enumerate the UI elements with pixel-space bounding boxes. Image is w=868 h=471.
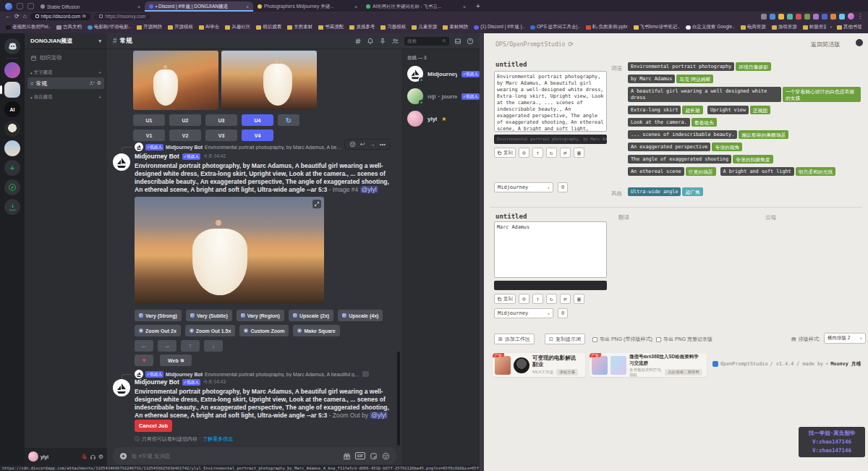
address-bar-right[interactable]: https://moonvy.com <box>94 13 150 20</box>
bookmark-item[interactable]: 电影殿/华语电影.. <box>88 24 131 30</box>
bookmark-item[interactable]: 习题模板 <box>380 24 406 30</box>
theme-toggle-icon[interactable] <box>856 39 863 46</box>
checkbox[interactable] <box>656 337 661 342</box>
bookmark-item[interactable]: 电商资源 <box>741 24 766 30</box>
prompt-tag[interactable]: The angle of exaggerated shooting夸张的拍摄角度 <box>628 155 773 164</box>
more-icon[interactable]: ••• <box>380 141 386 148</box>
prompt-textarea[interactable]: Environmental portrait photography, by M… <box>494 71 607 132</box>
back-icon[interactable]: ← <box>5 14 11 20</box>
extension-icon[interactable] <box>804 14 810 20</box>
document-title[interactable]: untitled <box>495 213 527 220</box>
count-button-2[interactable]: 0 <box>558 308 568 318</box>
generated-image-grid-right[interactable] <box>221 51 317 110</box>
close-icon[interactable]: × <box>246 4 249 9</box>
export-png-checkbox-2[interactable]: 导出 PNG 完整记录版 <box>656 336 712 343</box>
pan-arrow-button[interactable]: ↓ <box>204 340 223 352</box>
variation-button[interactable]: V2 <box>169 130 201 141</box>
invite-people-icon[interactable] <box>89 80 95 86</box>
bookmark-item[interactable]: 文图素材 <box>287 24 312 30</box>
engine-select-2[interactable]: Midjourney▾ <box>494 308 553 318</box>
promo-card-movie[interactable]: 广告 可变现的电影解说副业 MILK工作室课程分享 <box>493 353 585 377</box>
discord-home-icon[interactable] <box>4 38 20 54</box>
bookmark-item[interactable]: 素材网防 <box>443 24 468 30</box>
server-icon[interactable]: AI <box>4 101 20 117</box>
category-voice-channels[interactable]: ▾语音频道 + <box>25 89 107 102</box>
move-up-button[interactable]: ↑ <box>532 148 543 158</box>
bookmark-item[interactable]: 书装潢配 <box>318 24 344 30</box>
overflow-chevron-icon[interactable]: › <box>830 25 832 30</box>
sticker-icon[interactable] <box>370 452 378 460</box>
pinned-messages-icon[interactable] <box>379 38 386 45</box>
add-channel-icon[interactable]: + <box>98 95 101 100</box>
zoom-action-button[interactable]: Custom Zoom <box>239 325 289 336</box>
variation-button[interactable]: V4 <box>242 130 273 141</box>
expand-image-icon[interactable] <box>312 200 321 208</box>
cancel-job-button[interactable]: Cancel Job <box>135 420 172 432</box>
upscale-button[interactable]: U3 <box>205 114 237 126</box>
home-icon[interactable]: ⌂ <box>23 14 27 20</box>
midjourney-action-button[interactable]: Vary (Region) <box>237 310 284 321</box>
extension-icon[interactable] <box>839 14 845 20</box>
pan-arrow-button[interactable]: ← <box>135 340 153 352</box>
bookmark-item[interactable]: 标题资源 <box>803 24 828 30</box>
bookmark-item[interactable]: 游戏资源 <box>772 24 797 30</box>
server-header[interactable]: DONGJIAN频道 ▾ <box>25 33 107 49</box>
category-text-channels[interactable]: ▾文字频道 + <box>25 64 107 77</box>
extension-icon[interactable] <box>830 14 836 20</box>
style-tag[interactable]: Ultra-wide angle超广角 <box>628 187 703 196</box>
brand-link[interactable]: Moonvy 月维 <box>830 360 861 368</box>
user-mention[interactable]: @ylyl <box>370 412 388 419</box>
bookmark-item[interactable]: 老福图片教程Pixi.. <box>6 24 51 30</box>
gif-picker-icon[interactable]: GIF <box>355 452 365 459</box>
promo-card-wechat[interactable]: 广告 微信号avx368拉入SD绘画资料学习交流群 各类教程资料打包领取点此领第… <box>590 353 707 377</box>
shuffle-button[interactable]: ⇄ <box>560 294 571 304</box>
explore-servers-icon[interactable] <box>4 179 20 195</box>
clear-button[interactable]: ⊘ <box>519 294 529 304</box>
variation-button[interactable]: V3 <box>205 130 237 141</box>
server-icon-active[interactable] <box>4 82 20 98</box>
refresh-icon[interactable]: ⟳ <box>14 14 20 20</box>
midjourney-action-button[interactable]: Vary (Strong) <box>135 310 182 321</box>
web-button[interactable]: Web⧉ <box>160 355 192 366</box>
save-button[interactable]: ▣ <box>574 148 584 158</box>
bookmark-item[interactable]: OPS 提示词工具全|.. <box>530 24 580 30</box>
prompt-textarea-2[interactable]: Marc Adamus <box>494 221 607 278</box>
prompt-tag[interactable]: Extra-long skirt超长裙 <box>628 106 703 114</box>
member-midjourney-bot[interactable]: Midjourney Bot ✓机器人 <box>407 66 480 82</box>
menu-icon[interactable]: ⋮ <box>857 14 863 20</box>
server-icon[interactable] <box>4 62 20 78</box>
midjourney-bot-avatar[interactable] <box>113 379 130 396</box>
author-name[interactable]: Midjourney Bot <box>135 378 179 386</box>
share-icon[interactable]: ⧉ <box>82 14 85 19</box>
save-button[interactable]: ▣ <box>574 294 584 304</box>
zoom-action-button[interactable]: Zoom Out 1.5x <box>185 325 236 336</box>
reroll-button[interactable]: ↻ <box>278 114 299 126</box>
channel-settings-gear-icon[interactable]: ⚙ <box>97 80 101 86</box>
generated-image-grid-left[interactable] <box>133 51 218 110</box>
chat-scrollbar[interactable] <box>397 352 400 446</box>
member-niji-journey[interactable]: niji・journey ... ✓机器人 <box>407 88 480 104</box>
mic-muted-icon[interactable] <box>81 454 88 460</box>
refresh-button[interactable]: ↻ <box>546 294 557 304</box>
midjourney-action-button[interactable]: Upscale (2x) <box>289 310 333 321</box>
midjourney-bot-avatar[interactable] <box>113 153 130 171</box>
bookmark-item[interactable]: (1) Discord | #常规 |.. <box>474 24 524 30</box>
extension-icon[interactable] <box>787 14 793 20</box>
prompt-tag[interactable]: A bright and soft light明亮柔和的光线 <box>720 167 836 176</box>
add-server-button[interactable]: + <box>4 160 20 176</box>
copy-prompt-button[interactable]: ⊡复制提示词 <box>545 334 585 344</box>
new-tab-button[interactable]: + <box>476 2 480 10</box>
extension-icon[interactable] <box>770 14 775 20</box>
member-list-icon[interactable] <box>391 38 399 45</box>
tab-midjourney-keywords[interactable]: Photographers Midjourney 关键...× <box>253 1 362 12</box>
tab-stable-diffusion[interactable]: Stable Diffusion× <box>36 1 145 12</box>
promo-button[interactable]: 点此领第二期资料 <box>665 369 702 375</box>
bookmark-item[interactable]: 开源网防 <box>137 24 162 30</box>
upscaled-image[interactable] <box>135 197 324 304</box>
tab-search-icon[interactable] <box>27 3 34 9</box>
pan-arrow-button[interactable]: → <box>158 340 176 352</box>
bookmark-item[interactable]: 私-负面案例.pptx <box>586 24 628 30</box>
export-png-checkbox-1[interactable]: 导出 PNG (带排版样式) <box>592 336 652 343</box>
search-input[interactable] <box>407 38 441 43</box>
avatar[interactable] <box>28 451 38 462</box>
